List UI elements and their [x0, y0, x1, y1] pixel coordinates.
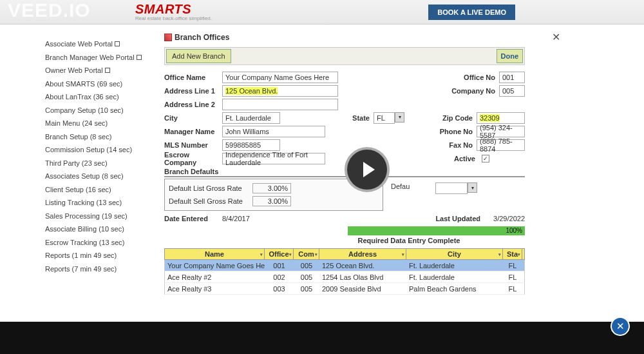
sidebar-item-7[interactable]: Branch Setup (8 sec) — [45, 130, 164, 144]
cell-sta: FL — [503, 285, 522, 293]
col-name[interactable]: Name▾ — [165, 249, 265, 259]
logo-block: SMARTS Real estate back-office simplifie… — [135, 3, 212, 21]
company-no-input[interactable]: 005 — [499, 85, 525, 97]
logo: SMARTS — [135, 3, 212, 15]
sidebar-item-14[interactable]: Associate Billing (10 sec) — [45, 222, 164, 236]
row-escrow: Escrow Company Independence Title of For… — [164, 152, 525, 165]
tagline: Real estate back-office simplified. — [135, 15, 212, 21]
external-link-icon — [115, 41, 120, 46]
sidebar: Associate Web PortalBranch Manager Web P… — [0, 25, 164, 321]
escrow-label: Escrow Company — [164, 151, 222, 166]
play-button[interactable] — [345, 147, 390, 192]
office-no-label: Office No — [464, 74, 499, 81]
sidebar-item-13[interactable]: Sales Processing (19 sec) — [45, 210, 164, 223]
phone-input[interactable]: (954) 324-5587 — [477, 126, 525, 137]
sidebar-item-6[interactable]: Main Menu (24 sec) — [45, 117, 164, 130]
addr1-label: Address Line 1 — [164, 87, 222, 95]
branch-grid: Name▾ Office▾ Com▾ Address▾ City▾ Sta▾ Y… — [164, 248, 525, 295]
manager-input[interactable]: John Williams — [222, 126, 325, 137]
cell-address: 1254 Las Olas Blvd — [319, 273, 406, 281]
date-entered-value: 8/4/2017 — [222, 215, 250, 222]
table-row[interactable]: Ace Realty #30030052009 Seaside BlvdPalm… — [164, 283, 525, 295]
col-address[interactable]: Address▾ — [319, 249, 406, 259]
book-demo-button[interactable]: BOOK A LIVE DEMO — [428, 5, 515, 20]
fax-input[interactable]: (888) 785-8874 — [477, 139, 525, 151]
addr1-input[interactable]: 125 Ocean Blvd. — [225, 87, 278, 95]
chevron-down-icon[interactable]: ▾ — [468, 182, 477, 193]
col-office[interactable]: Office▾ — [265, 249, 294, 259]
fax-label: Fax No — [449, 141, 477, 149]
close-icon[interactable]: ✕ — [552, 31, 560, 43]
sidebar-item-4[interactable]: About LanTrax (36 sec) — [45, 90, 164, 104]
sidebar-item-0[interactable]: Associate Web Portal — [45, 37, 164, 51]
sidebar-item-3[interactable]: About SMARTS (69 sec) — [45, 77, 164, 91]
active-checkbox[interactable]: ✓ — [482, 155, 489, 162]
external-link-icon — [105, 68, 110, 73]
sidebar-item-5[interactable]: Company Setup (10 sec) — [45, 104, 164, 117]
office-name-input[interactable]: Your Company Name Goes Here — [222, 72, 338, 83]
external-link-icon — [137, 55, 142, 60]
col-state[interactable]: Sta▾ — [503, 249, 522, 259]
default-sell-label: Default Sell Gross Rate — [169, 197, 252, 205]
city-input[interactable]: Ft. Lauderdale — [222, 112, 280, 124]
required-complete-text: Required Data Entry Complete — [164, 237, 525, 244]
sidebar-item-1[interactable]: Branch Manager Web Portal — [45, 51, 164, 64]
sidebar-item-8[interactable]: Commission Setup (14 sec) — [45, 143, 164, 157]
cell-name: Ace Realty #2 — [165, 273, 265, 281]
sidebar-item-17[interactable]: Reports (7 min 49 sec) — [45, 262, 164, 276]
chevron-down-icon[interactable]: ▾ — [395, 112, 404, 123]
date-entered-label: Date Entered — [164, 215, 222, 222]
row-mls: MLS Number 599885885 Fax No (888) 785-88… — [164, 138, 525, 152]
done-button[interactable]: Done — [497, 49, 524, 63]
sidebar-item-9[interactable]: Third Party (23 sec) — [45, 157, 164, 170]
row-addr2: Address Line 2 — [164, 97, 525, 111]
sidebar-item-15[interactable]: Escrow Tracking (13 sec) — [45, 236, 164, 250]
sidebar-item-11[interactable]: Client Setup (16 sec) — [45, 183, 164, 197]
cell-city: Ft. Lauderdale — [406, 262, 503, 270]
row-addr1: Address Line 1 125 Ocean Blvd. Company N… — [164, 84, 525, 97]
company-no-label: Company No — [451, 87, 499, 95]
toolbar: Add New Branch Done — [164, 47, 525, 65]
cell-name: Ace Realty #3 — [165, 285, 265, 293]
add-new-branch-button[interactable]: Add New Branch — [166, 49, 231, 63]
last-updated-label: Last Updated — [435, 215, 493, 222]
default-sell-input[interactable]: 3.00% — [252, 196, 291, 206]
addr2-label: Address Line 2 — [164, 101, 222, 108]
table-row[interactable]: Ace Realty #20020051254 Las Olas BlvdFt.… — [164, 271, 525, 283]
addr2-input[interactable] — [222, 99, 338, 110]
sidebar-item-2[interactable]: Owner Web Portal — [45, 64, 164, 77]
cell-com: 005 — [294, 273, 319, 281]
manager-label: Manager Name — [164, 128, 222, 135]
escrow-select[interactable]: Independence Title of Fort Lauderdale — [222, 153, 325, 164]
watermark: VEED.IO — [8, 0, 91, 21]
state-select[interactable]: FL ▾ — [374, 112, 404, 124]
default-status: Defau ▾ — [383, 177, 477, 211]
zip-input[interactable]: 32309 — [480, 114, 500, 122]
zip-label: Zip Code — [442, 114, 477, 122]
office-name-label: Office Name — [164, 74, 222, 81]
sidebar-item-16[interactable]: Reports (1 min 49 sec) — [45, 249, 164, 262]
table-row[interactable]: Your Company Name Goes Her001005125 Ocea… — [164, 260, 525, 271]
city-label: City — [164, 114, 222, 122]
cell-city: Ft. Lauderdale — [406, 273, 503, 281]
default-status-select[interactable]: ▾ — [435, 182, 477, 194]
last-updated-value: 3/29/2022 — [493, 215, 525, 222]
dates-row: Date Entered 8/4/2017 Last Updated 3/29/… — [164, 215, 525, 222]
col-city[interactable]: City▾ — [406, 249, 503, 259]
main-panel: Branch Offices ✕ Add New Branch Done Off… — [164, 25, 644, 321]
close-overlay-button[interactable]: ✕ — [611, 317, 630, 336]
active-label: Active — [454, 155, 479, 162]
sidebar-item-10[interactable]: Associates Setup (8 sec) — [45, 170, 164, 183]
mls-label: MLS Number — [164, 141, 222, 149]
grid-header: Name▾ Office▾ Com▾ Address▾ City▾ Sta▾ — [164, 248, 525, 260]
col-com[interactable]: Com▾ — [294, 249, 319, 259]
sidebar-item-12[interactable]: Listing Tracking (13 sec) — [45, 196, 164, 210]
cell-office: 002 — [265, 273, 294, 281]
office-no-input[interactable]: 001 — [499, 72, 525, 83]
cell-address: 125 Ocean Blvd. — [319, 262, 406, 270]
play-icon — [363, 162, 375, 177]
default-list-input[interactable]: 3.00% — [252, 183, 291, 193]
default-list-label: Default List Gross Rate — [169, 184, 252, 192]
phone-label: Phone No — [440, 128, 477, 135]
mls-input[interactable]: 599885885 — [222, 139, 280, 151]
